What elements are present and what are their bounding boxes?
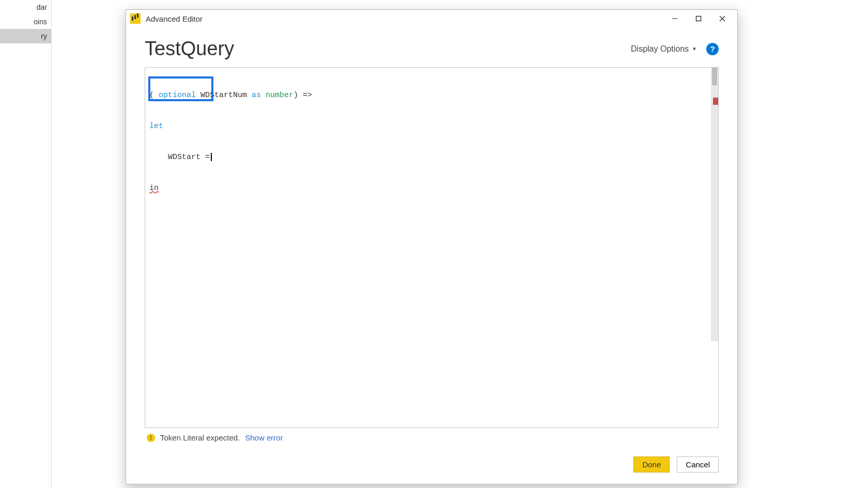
code-line-4[interactable]: in	[149, 183, 707, 194]
warning-icon: !	[147, 434, 155, 442]
maximize-button[interactable]	[687, 11, 710, 26]
powerbi-icon	[130, 13, 141, 24]
titlebar: Advanced Editor	[126, 10, 737, 27]
minimize-button[interactable]	[663, 11, 687, 26]
code-editor[interactable]: ( optional WDStartNum as number) => let …	[145, 67, 719, 428]
display-options-label: Display Options	[631, 44, 689, 54]
code-line-3[interactable]: WDStart =	[149, 152, 707, 163]
advanced-editor-window: Advanced Editor TestQuery Display Option…	[126, 9, 738, 484]
scroll-thumb[interactable]	[712, 68, 717, 85]
window-controls	[663, 11, 734, 26]
code-pane[interactable]: ( optional WDStartNum as number) => let …	[145, 68, 711, 428]
dialog-buttons: Done Cancel	[126, 449, 737, 484]
close-button[interactable]	[710, 11, 734, 26]
query-name-title: TestQuery	[145, 38, 234, 60]
content-area: TestQuery Display Options ▼ ? ( optional…	[126, 27, 737, 449]
bg-query-item-selected[interactable]: ry	[0, 29, 51, 43]
bg-query-item[interactable]: oins	[0, 14, 51, 29]
error-marker[interactable]	[713, 98, 718, 105]
background-query-list: dar oins ry	[0, 0, 52, 488]
help-button[interactable]: ?	[706, 43, 719, 55]
cancel-button[interactable]: Cancel	[677, 456, 719, 473]
bg-query-item[interactable]: dar	[0, 0, 51, 14]
done-button[interactable]: Done	[633, 456, 670, 473]
header-row: TestQuery Display Options ▼ ?	[145, 38, 719, 60]
status-message: Token Literal expected.	[160, 433, 240, 442]
code-line-1[interactable]: ( optional WDStartNum as number) =>	[149, 90, 707, 101]
window-title: Advanced Editor	[146, 14, 203, 23]
display-options-dropdown[interactable]: Display Options ▼	[631, 44, 697, 54]
vertical-scrollbar[interactable]	[711, 68, 718, 341]
chevron-down-icon: ▼	[692, 46, 697, 52]
text-cursor	[211, 153, 212, 161]
status-bar: ! Token Literal expected. Show error	[145, 428, 719, 444]
svg-rect-1	[696, 17, 701, 21]
code-line-2[interactable]: let	[149, 121, 707, 132]
show-error-link[interactable]: Show error	[245, 433, 283, 442]
